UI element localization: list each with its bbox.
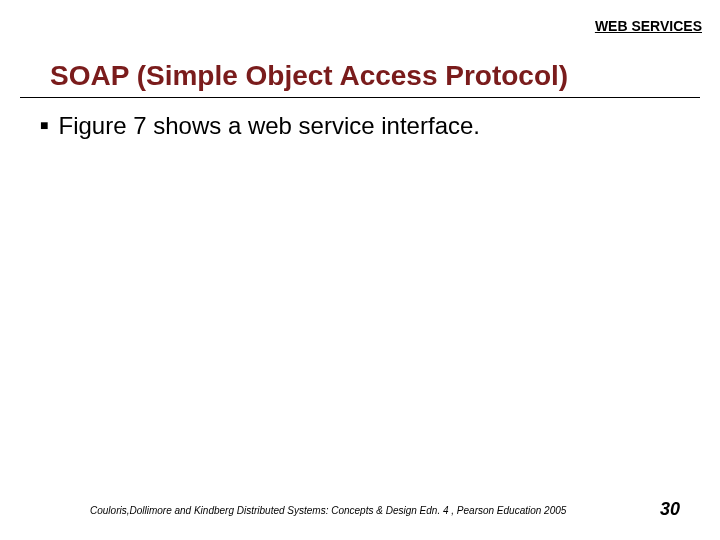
footer-citation: Couloris,Dollimore and Kindberg Distribu… (90, 505, 566, 516)
title-underline (20, 97, 700, 98)
bullet-item: ■ Figure 7 shows a web service interface… (40, 112, 680, 141)
header-label: WEB SERVICES (595, 18, 702, 34)
page-number: 30 (660, 499, 680, 520)
slide-title: SOAP (Simple Object Access Protocol) (50, 60, 700, 96)
square-bullet-icon: ■ (40, 118, 48, 132)
bullet-text: Figure 7 shows a web service interface. (58, 112, 480, 141)
